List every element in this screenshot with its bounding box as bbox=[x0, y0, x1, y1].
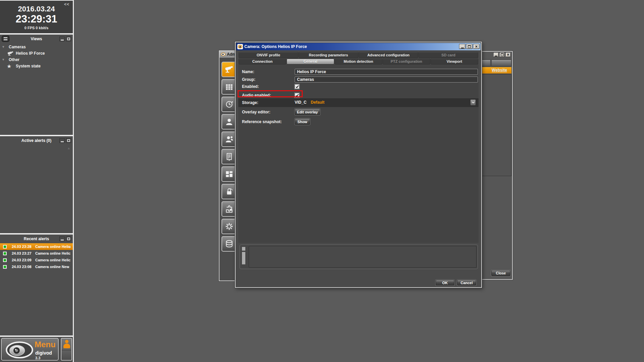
highlight-annotation bbox=[238, 90, 303, 97]
clock-time: 23:29:31 bbox=[0, 13, 73, 25]
alert-status-icon bbox=[3, 265, 7, 269]
maximize-icon[interactable] bbox=[466, 44, 473, 49]
product-version: 3.3 bbox=[35, 356, 40, 360]
checkmark-icon bbox=[295, 85, 299, 89]
description-text-area[interactable] bbox=[249, 246, 477, 268]
recent-alerts-panel: Recent alerts 24.03 23:28 Camera online … bbox=[0, 235, 73, 335]
table-header-cell[interactable] bbox=[491, 60, 511, 66]
tab-general[interactable]: General bbox=[287, 59, 334, 64]
clock-panel: << 2016.03.24 23:29:31 0 FPS 0 kbit/s bbox=[0, 1, 73, 33]
digivod-mini-icon bbox=[237, 44, 243, 49]
alert-status-icon bbox=[3, 258, 7, 262]
dialog-title: Camera: Options Helios IP Force bbox=[244, 44, 307, 49]
name-field[interactable]: Helios IP Force bbox=[295, 69, 478, 75]
dialog-tabstrip: ONVIF profile Recording parameters Advan… bbox=[239, 52, 478, 65]
storage-dropdown[interactable]: Storage: VID_C Default bbox=[238, 98, 479, 107]
tree-group-cameras[interactable]: ▾ Cameras bbox=[0, 44, 73, 50]
recent-alerts-header: Recent alerts bbox=[0, 235, 73, 243]
storage-default-value: Default bbox=[311, 100, 325, 105]
enabled-label: Enabled: bbox=[242, 84, 259, 90]
tab-viewport[interactable]: Viewport bbox=[431, 59, 478, 64]
digivod-app: { "icons": { "collapse": "<<", "expander… bbox=[0, 0, 644, 362]
minimize-icon[interactable] bbox=[459, 44, 465, 49]
close-button[interactable]: Close bbox=[491, 270, 510, 276]
tab-sd-card: SD card bbox=[419, 52, 478, 58]
star-icon: ★ bbox=[7, 63, 11, 69]
reference-snapshot-label: Reference snapshot: bbox=[242, 119, 282, 125]
ok-button[interactable]: OK bbox=[436, 280, 454, 286]
name-label: Name: bbox=[242, 69, 254, 75]
panel-minimize-button[interactable] bbox=[59, 37, 65, 41]
digivod-mini-icon bbox=[221, 52, 226, 56]
left-sidebar: << 2016.03.24 23:29:31 0 FPS 0 kbit/s Vi… bbox=[0, 0, 74, 362]
description-panel bbox=[240, 245, 478, 269]
edit-overlay-button[interactable]: Edit overlay bbox=[295, 109, 320, 115]
alert-status-icon bbox=[3, 252, 7, 255]
tree-group-other[interactable]: ▾ Other bbox=[0, 57, 73, 63]
product-name: digivod bbox=[35, 350, 52, 356]
views-panel: Views ▾ Cameras Helios IP Force ▾ Other … bbox=[0, 35, 73, 135]
cancel-button[interactable]: Cancel bbox=[457, 280, 476, 286]
active-alerts-panel: Active alerts (0) ▲ bbox=[0, 136, 73, 233]
alert-status-icon bbox=[3, 245, 7, 249]
digivod-logo-icon bbox=[5, 341, 34, 361]
general-tab-content: Name: Helios IP Force Group: Cameras Ena… bbox=[238, 64, 479, 243]
group-field[interactable]: Cameras bbox=[295, 76, 478, 83]
user-icon bbox=[63, 340, 70, 349]
alert-row[interactable]: 24.03 23:08 Camera online New bbox=[0, 263, 73, 270]
tab-advanced-configuration[interactable]: Advanced configuration bbox=[359, 52, 418, 58]
views-panel-header: Views bbox=[0, 35, 73, 43]
minimize-icon[interactable] bbox=[493, 52, 499, 57]
scroll-up-icon[interactable]: ▲ bbox=[67, 146, 70, 150]
sidebar-collapse-button[interactable]: << bbox=[64, 2, 69, 7]
menu-bar: Menu digivod 3.3 bbox=[0, 337, 73, 362]
panel-minimize-button[interactable] bbox=[59, 237, 65, 241]
clock-date: 2016.03.24 bbox=[0, 1, 73, 13]
panel-minimize-button[interactable] bbox=[59, 138, 65, 143]
panel-maximize-button[interactable] bbox=[66, 138, 71, 143]
close-icon[interactable]: × bbox=[473, 44, 480, 49]
scroll-up-icon[interactable]: ▲ bbox=[68, 245, 72, 248]
scroll-thumb[interactable] bbox=[242, 247, 245, 251]
active-alerts-header: Active alerts (0) bbox=[0, 136, 73, 145]
expander-icon[interactable]: ▾ bbox=[2, 57, 4, 62]
tree-item-system-state[interactable]: ★ System state bbox=[0, 63, 73, 69]
website-link[interactable]: Website bbox=[482, 68, 517, 72]
clock-stats: 0 FPS 0 kbit/s bbox=[0, 26, 73, 30]
alert-row[interactable]: 24.03 23:28 Camera online Helic ▲ bbox=[0, 243, 73, 250]
menu-label: Menu bbox=[35, 340, 56, 349]
user-button[interactable] bbox=[60, 338, 72, 361]
maximize-icon[interactable] bbox=[499, 52, 505, 57]
alert-row[interactable]: 24.03 23:09 Camera online Helic bbox=[0, 257, 73, 263]
storage-label: Storage: bbox=[242, 100, 258, 106]
storage-value: VID_C bbox=[295, 100, 306, 105]
tab-ptz-configuration: PTZ configuration bbox=[383, 59, 430, 64]
admin-window-title: Adm bbox=[227, 52, 236, 57]
overlay-editor-label: Overlay editor: bbox=[242, 109, 270, 115]
scroll-thumb[interactable] bbox=[242, 252, 245, 264]
chevron-down-icon[interactable] bbox=[470, 99, 476, 106]
menu-button[interactable]: Menu digivod 3.3 bbox=[1, 338, 59, 361]
tree-item-helios-ip-force[interactable]: Helios IP Force bbox=[0, 50, 73, 57]
dialog-titlebar[interactable]: Camera: Options Helios IP Force × bbox=[236, 43, 481, 50]
tab-recording-parameters[interactable]: Recording parameters bbox=[299, 52, 358, 58]
camera-icon bbox=[7, 51, 14, 57]
tab-connection[interactable]: Connection bbox=[239, 59, 286, 64]
panel-side-strip bbox=[241, 246, 248, 268]
close-icon[interactable]: × bbox=[505, 52, 511, 57]
views-tree: ▾ Cameras Helios IP Force ▾ Other ★ Syst… bbox=[0, 44, 73, 69]
expander-icon[interactable]: ▾ bbox=[2, 45, 4, 49]
camera-options-dialog: Camera: Options Helios IP Force × ONVIF … bbox=[235, 42, 482, 288]
panel-maximize-button[interactable] bbox=[66, 37, 71, 41]
tab-motion-detection[interactable]: Motion detection bbox=[335, 59, 382, 64]
tab-onvif-profile[interactable]: ONVIF profile bbox=[239, 52, 298, 58]
enabled-checkbox[interactable] bbox=[295, 84, 299, 89]
panel-maximize-button[interactable] bbox=[66, 237, 71, 241]
group-label: Group: bbox=[242, 76, 255, 83]
alert-row[interactable]: 24.03 23:27 Camera online Helic bbox=[0, 250, 73, 257]
show-snapshot-button[interactable]: Show bbox=[295, 118, 310, 125]
